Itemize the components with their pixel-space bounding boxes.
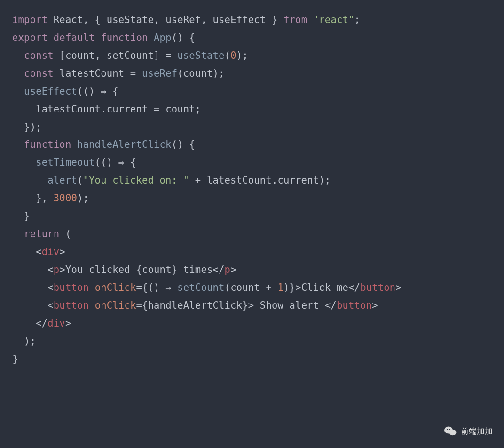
code-token: const (24, 50, 54, 61)
svg-point-3 (449, 429, 450, 430)
code-token: () (148, 282, 166, 293)
code-token (12, 300, 47, 311)
code-token: from (284, 14, 307, 25)
code-line: alert("You clicked on: " + latestCount.c… (12, 172, 492, 190)
code-token (12, 104, 36, 115)
code-token: ( (77, 175, 83, 186)
code-token: return (24, 228, 59, 240)
code-token: { (124, 157, 136, 168)
watermark-text: 前端加加 (461, 426, 493, 437)
code-token: , { (83, 14, 107, 25)
code-token (47, 14, 54, 25)
code-token: < (47, 300, 54, 311)
code-token: () { (172, 32, 195, 43)
code-token (12, 264, 47, 275)
code-token: , (95, 50, 107, 61)
code-token (47, 32, 54, 43)
code-token: > (59, 264, 65, 275)
code-token: (() (77, 86, 101, 97)
code-line: }); (12, 119, 492, 136)
code-token: ); (77, 192, 89, 204)
svg-point-2 (447, 429, 448, 430)
code-token (12, 68, 24, 79)
code-line: <button onClick={handleAlertClick}> Show… (12, 297, 492, 315)
svg-point-4 (451, 432, 452, 432)
code-token: ( (177, 68, 183, 79)
code-token: App (154, 32, 172, 43)
svg-point-5 (454, 432, 455, 432)
code-token: } (24, 210, 30, 222)
code-token: ; (195, 104, 201, 115)
code-token (71, 139, 77, 150)
code-line: <p>You clicked {count} times</p> (12, 261, 492, 279)
code-token: }> (242, 300, 254, 311)
code-token: button (360, 282, 395, 293)
code-line: const latestCount = useRef(count); (12, 65, 492, 83)
code-token: button (54, 300, 89, 311)
code-token (12, 86, 24, 97)
code-token: </ (213, 264, 225, 275)
code-token: = (136, 282, 142, 293)
code-token: "You clicked on: " (83, 175, 189, 186)
code-token: latestCount (59, 68, 124, 79)
code-token: latestCount (36, 104, 101, 115)
code-token: { (136, 264, 142, 275)
code-token (89, 300, 95, 311)
code-line: return ( (12, 225, 492, 243)
code-token (95, 32, 101, 43)
code-block: import React, { useState, useRef, useEff… (0, 0, 504, 379)
code-token (12, 210, 24, 222)
code-token: Click me (301, 282, 348, 293)
code-token: ⇒ (101, 86, 107, 97)
code-token: current (107, 104, 148, 115)
code-token: 0 (230, 50, 236, 61)
code-token: p (54, 264, 60, 275)
code-token: function (24, 139, 71, 150)
code-token: { (142, 282, 148, 293)
code-token: > (372, 300, 378, 311)
code-token: count (65, 50, 95, 61)
code-token: ); (213, 68, 225, 79)
code-token (172, 282, 178, 293)
code-line: <button onClick={() ⇒ setCount(count + 1… (12, 279, 492, 297)
code-token: handleAlertClick (77, 139, 172, 150)
code-token: > (230, 264, 236, 275)
code-token: , (201, 14, 213, 25)
code-token: useEffect (24, 86, 77, 97)
code-token (59, 228, 65, 240)
code-token: { (107, 86, 118, 97)
code-token: [ (59, 50, 65, 61)
code-token: > (65, 318, 71, 329)
code-line: </div> (12, 315, 492, 333)
code-token: < (47, 264, 54, 275)
code-line: } (12, 351, 492, 368)
code-token: . (101, 104, 107, 115)
code-token (307, 14, 313, 25)
code-token: div (47, 318, 65, 329)
code-token: > (59, 246, 65, 257)
watermark: 前端加加 (444, 425, 493, 437)
code-token: count (230, 282, 260, 293)
code-token: useState (177, 50, 224, 61)
code-token: < (36, 246, 42, 257)
code-line: ); (12, 333, 492, 351)
code-token: </ (325, 300, 337, 311)
code-token: ( (65, 228, 71, 240)
code-token: ( (225, 50, 231, 61)
code-token (12, 50, 24, 61)
code-token: ); (319, 175, 331, 186)
code-line: latestCount.current = count; (12, 101, 492, 119)
code-token: Show alert (254, 300, 325, 311)
code-token: onClick (95, 300, 136, 311)
code-token: count (183, 68, 213, 79)
code-token: </ (348, 282, 360, 293)
code-token: } (172, 264, 178, 275)
code-line: } (12, 208, 492, 225)
wechat-icon (444, 425, 457, 437)
code-token: latestCount (207, 175, 272, 186)
code-line: const [count, setCount] = useState(0); (12, 47, 492, 65)
code-token: , (154, 14, 165, 25)
code-token: }, (36, 192, 54, 204)
code-token: > (395, 282, 402, 293)
code-token (148, 32, 154, 43)
